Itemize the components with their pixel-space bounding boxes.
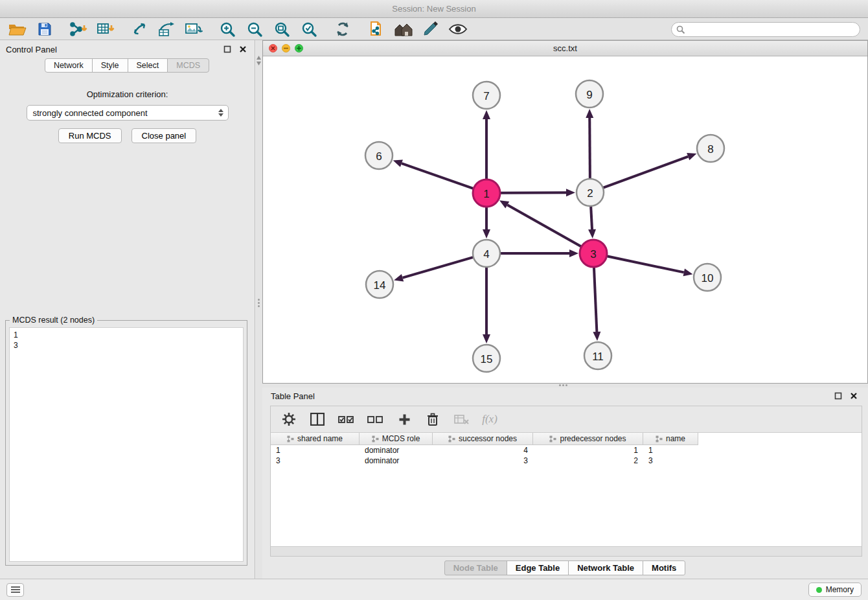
task-history-button[interactable]: [6, 583, 24, 597]
network-canvas[interactable]: 7968124314101511: [263, 57, 867, 383]
search-icon: [676, 25, 685, 34]
tab-network-table[interactable]: Network Table: [568, 560, 643, 575]
sort-tree-icon: [549, 435, 556, 443]
graph-node-label-9: 9: [586, 89, 592, 101]
trash-icon: [427, 413, 439, 426]
sort-tree-icon: [287, 435, 294, 443]
control-panel-header: Control Panel: [0, 40, 255, 58]
export-image-button[interactable]: [184, 20, 203, 38]
tab-mcds[interactable]: MCDS: [167, 58, 209, 73]
edge-3-11[interactable]: [594, 267, 597, 332]
float-panel-button[interactable]: [222, 43, 233, 55]
layout-tool-group: [333, 20, 352, 38]
table-row[interactable]: 3dominator323: [271, 456, 862, 466]
edge-arrow-1-4: [483, 229, 490, 238]
tab-node-table[interactable]: Node Table: [444, 560, 507, 575]
edge-2-8[interactable]: [603, 157, 689, 188]
cell-name: 1: [643, 446, 698, 455]
mcds-result-text: 1 3: [9, 327, 244, 562]
cell-successor_nodes: 4: [433, 446, 533, 455]
zoom-fit-button[interactable]: [272, 20, 291, 38]
mcds-result-box: MCDS result (2 nodes) 1 3: [5, 320, 247, 566]
plus-icon: [398, 413, 411, 426]
edge-4-14[interactable]: [403, 257, 474, 278]
save-session-button[interactable]: [35, 20, 54, 38]
session-tool-group: [8, 20, 54, 38]
column-header-name[interactable]: name: [643, 433, 698, 445]
splitter-collapse-icon[interactable]: [257, 56, 261, 65]
table-settings-button[interactable]: [281, 411, 297, 428]
edge-3-10[interactable]: [607, 256, 684, 272]
deselect-all-columns-button[interactable]: [367, 411, 383, 428]
edge-3-1[interactable]: [507, 205, 581, 247]
zoom-selected-button[interactable]: [299, 20, 319, 38]
memory-status-icon: [816, 587, 822, 593]
maximize-window-button[interactable]: [295, 44, 303, 52]
close-panel-button[interactable]: [237, 43, 249, 55]
show-columns-button[interactable]: [310, 411, 325, 428]
graph-node-label-4: 4: [483, 248, 489, 260]
float-icon: [223, 45, 231, 53]
run-mcds-button[interactable]: Run MCDS: [58, 128, 122, 143]
column-header-predecessor_nodes[interactable]: predecessor nodes: [533, 433, 643, 445]
export-image-icon: [185, 21, 203, 37]
control-panel-title: Control Panel: [6, 45, 57, 54]
column-header-shared_name[interactable]: shared name: [271, 433, 360, 445]
edge-1-2[interactable]: [500, 192, 566, 193]
cell-shared_name: 3: [271, 456, 360, 465]
zoom-out-button[interactable]: [245, 20, 264, 38]
network-table-button[interactable]: [157, 20, 176, 38]
tab-style[interactable]: Style: [92, 58, 128, 73]
column-header-successor_nodes[interactable]: successor nodes: [433, 433, 533, 445]
import-network-button[interactable]: [69, 20, 88, 38]
edge-arrow-1-2: [566, 189, 575, 196]
edge-arrow-4-15: [483, 334, 490, 343]
close-table-panel-button[interactable]: [848, 390, 860, 402]
import-table-button[interactable]: [96, 20, 115, 38]
home-button[interactable]: [394, 20, 413, 38]
copy-style-icon: [368, 21, 385, 38]
close-window-button[interactable]: [269, 44, 277, 52]
sort-tree-icon: [372, 435, 379, 443]
search-input[interactable]: [671, 22, 860, 37]
select-all-columns-button[interactable]: [338, 411, 354, 428]
graph-node-label-8: 8: [707, 143, 713, 156]
tab-edge-table[interactable]: Edge Table: [507, 560, 569, 575]
criterion-dropdown[interactable]: strongly connected component: [27, 105, 229, 121]
sort-tree-icon: [656, 435, 663, 443]
tab-network[interactable]: Network: [45, 58, 93, 73]
edge-arrow-4-3: [569, 249, 578, 257]
open-session-button[interactable]: [8, 20, 27, 38]
network-share-icon: [131, 21, 148, 37]
memory-button[interactable]: Memory: [808, 583, 862, 597]
table-horizontal-scrollbar[interactable]: [271, 546, 862, 556]
tab-select[interactable]: Select: [128, 58, 168, 73]
zoom-in-button[interactable]: [218, 20, 237, 38]
network-share-button[interactable]: [130, 20, 149, 38]
table-row[interactable]: 1dominator411: [271, 445, 862, 456]
refresh-layout-button[interactable]: [333, 20, 352, 38]
edge-1-6[interactable]: [402, 163, 474, 189]
network-window: scc.txt 7968124314101511: [262, 40, 868, 384]
edge-arrow-1-6: [393, 160, 403, 167]
edge-2-9[interactable]: [589, 118, 590, 179]
tab-motifs[interactable]: Motifs: [643, 560, 685, 575]
delete-column-button[interactable]: [425, 411, 440, 428]
table-panel: Table Panel: [262, 387, 868, 579]
apply-style-button[interactable]: [421, 20, 440, 38]
vertical-splitter[interactable]: [256, 40, 262, 579]
show-details-button[interactable]: [448, 20, 468, 38]
minimize-window-button[interactable]: [282, 44, 290, 52]
close-panel-action-button[interactable]: Close panel: [131, 128, 197, 143]
graph-node-label-7: 7: [483, 90, 489, 102]
function-builder-button[interactable]: f(x): [482, 411, 497, 428]
float-table-panel-button[interactable]: [832, 390, 844, 402]
edge-2-3[interactable]: [591, 206, 592, 229]
edge-arrow-2-8: [687, 153, 696, 160]
copy-style-button[interactable]: [367, 20, 386, 38]
add-column-button[interactable]: [396, 411, 412, 428]
delete-table-button[interactable]: [453, 411, 469, 428]
column-header-mcds_role[interactable]: MCDS role: [360, 433, 433, 445]
zoom-tool-group: [218, 20, 319, 38]
window-title: Session: New Session: [392, 4, 475, 14]
